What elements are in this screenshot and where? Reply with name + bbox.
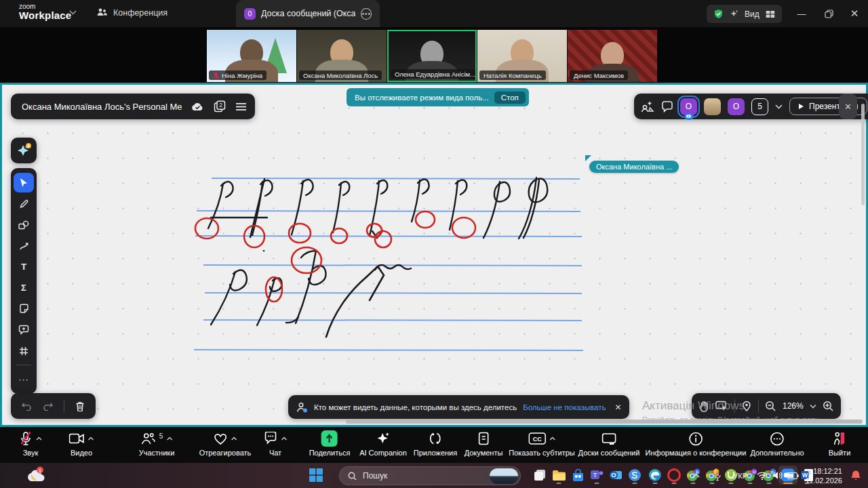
- tab-whiteboard[interactable]: 0 Доска сообщений (Оксана Мик •••: [236, 0, 380, 27]
- ai-assistant-button[interactable]: [11, 138, 37, 163]
- shapes-tool[interactable]: [14, 215, 34, 235]
- captions-chevron-icon[interactable]: [549, 436, 555, 441]
- avatar-participant[interactable]: О: [728, 98, 745, 115]
- close-whiteboard-button[interactable]: ✕: [839, 94, 857, 119]
- zoom-level[interactable]: 126%: [783, 401, 804, 411]
- weather-widget[interactable]: 1: [20, 466, 50, 485]
- whiteboard-title: Оксана Миколаївна Лось's Personal Meet..…: [22, 102, 182, 112]
- outlook-icon[interactable]: O: [606, 466, 625, 485]
- brand-workplace: Workplace: [19, 9, 71, 21]
- control-react[interactable]: Отреагировать: [199, 430, 252, 457]
- zoom-in-icon[interactable]: [823, 401, 834, 412]
- edge-icon[interactable]: [646, 466, 665, 485]
- task-view-button[interactable]: [530, 466, 549, 485]
- people-icon: [96, 7, 108, 18]
- following-eye-badge: [684, 113, 693, 120]
- window-restore-button[interactable]: [815, 0, 842, 27]
- board-chat-icon[interactable]: [661, 101, 673, 113]
- volume-icon[interactable]: [772, 463, 783, 488]
- start-button[interactable]: [307, 466, 326, 485]
- tray-chevron-icon[interactable]: [692, 463, 700, 488]
- horizontal-scrollbar[interactable]: [346, 420, 863, 424]
- participant-video[interactable]: Наталія Компанець: [477, 30, 567, 82]
- participants-chevron-icon[interactable]: [166, 436, 172, 441]
- participant-video[interactable]: Ніна Жмуріна: [207, 30, 296, 82]
- whiteboard-canvas[interactable]: [2, 85, 866, 425]
- connector-tool[interactable]: [14, 236, 34, 256]
- workspace-chevron-icon[interactable]: [69, 9, 77, 15]
- formula-tool[interactable]: Σ: [14, 278, 34, 298]
- invite-collaborators-icon[interactable]: [641, 100, 654, 113]
- tab-more-icon[interactable]: •••: [361, 8, 372, 20]
- stop-tracking-button[interactable]: Стоп: [494, 92, 526, 104]
- notification-bell-icon[interactable]: [850, 463, 861, 488]
- wifi-icon[interactable]: [757, 463, 768, 488]
- notice-close-icon[interactable]: ✕: [614, 403, 621, 412]
- control-captions[interactable]: CC Показать субтитры: [509, 430, 575, 457]
- skype-icon[interactable]: [625, 466, 644, 485]
- zoom-out-icon[interactable]: [765, 401, 776, 412]
- control-documents[interactable]: Документы: [465, 430, 503, 457]
- control-more[interactable]: Дополнительно: [750, 430, 804, 457]
- control-leave[interactable]: Выйти: [829, 430, 851, 457]
- delete-button[interactable]: [70, 396, 90, 416]
- window-close-button[interactable]: ✕: [841, 0, 868, 27]
- participant-video-active-speaker[interactable]: Олена Едуардівна Анісім...: [387, 30, 477, 82]
- presence-chevron-icon[interactable]: [775, 104, 783, 109]
- menu-hamburger-icon[interactable]: [235, 102, 247, 111]
- pen-tool[interactable]: [14, 194, 34, 214]
- redo-button[interactable]: [38, 396, 58, 416]
- control-ai-companion[interactable]: AI Companion: [359, 430, 407, 457]
- pages-icon[interactable]: 2: [214, 100, 226, 113]
- control-participants[interactable]: 5 Участники: [139, 430, 175, 457]
- window-minimize-button[interactable]: —: [788, 0, 815, 27]
- teams-icon[interactable]: T: [587, 466, 606, 485]
- control-apps[interactable]: Приложения: [414, 430, 457, 457]
- control-chat[interactable]: Чат: [264, 430, 288, 457]
- file-explorer-icon[interactable]: [549, 466, 568, 485]
- dont-show-again-link[interactable]: Больше не показывать: [523, 403, 606, 411]
- sticky-note-tool[interactable]: [14, 299, 34, 319]
- participant-name-label: Ніна Жмуріна: [209, 70, 267, 80]
- video-chevron-icon[interactable]: [88, 436, 94, 441]
- chat-chevron-icon[interactable]: [281, 436, 288, 441]
- react-chevron-icon[interactable]: [231, 436, 237, 441]
- control-whiteboards[interactable]: Доски сообщений: [578, 430, 640, 457]
- zoom-chevron-icon[interactable]: [810, 404, 816, 409]
- avatar-self[interactable]: О: [680, 98, 697, 115]
- taskbar-clock[interactable]: 18:12:21 11.02.2026: [806, 467, 842, 486]
- control-share[interactable]: Поделиться: [309, 430, 351, 457]
- control-meeting-info[interactable]: Информация о конференции: [646, 430, 747, 457]
- leave-meeting-icon: [832, 432, 847, 446]
- collaborator-name-tag: Оксана Миколаївна ...: [589, 161, 679, 173]
- whiteboard-toolbar: T Σ ···: [11, 168, 37, 394]
- ai-sparkle-icon: [730, 9, 738, 18]
- cloud-sync-icon[interactable]: [191, 102, 204, 111]
- avatar-photo[interactable]: [704, 98, 721, 115]
- tab-meeting[interactable]: Конференция: [96, 7, 167, 18]
- control-video[interactable]: Видео: [69, 430, 94, 457]
- battery-icon[interactable]: [787, 463, 799, 488]
- tray-mic-icon[interactable]: [713, 463, 722, 488]
- undo-button[interactable]: [16, 396, 37, 416]
- participant-video[interactable]: Оксана Миколаївна Лось: [297, 30, 387, 82]
- svg-text:CC: CC: [533, 436, 542, 443]
- play-icon: [798, 103, 804, 110]
- vertical-scrollbar[interactable]: [861, 104, 865, 205]
- handwritten-letters: [208, 178, 547, 337]
- opera-icon[interactable]: [665, 466, 684, 485]
- control-audio[interactable]: Звук: [19, 430, 42, 457]
- text-tool[interactable]: T: [14, 257, 34, 277]
- select-tool[interactable]: [14, 173, 34, 192]
- comment-tool[interactable]: [14, 320, 34, 340]
- clock-time: 18:12:21: [806, 467, 842, 476]
- microsoft-store-icon[interactable]: [568, 466, 587, 485]
- avatar-overflow-count[interactable]: 5: [751, 98, 768, 115]
- view-menu[interactable]: Вид: [707, 5, 782, 23]
- audio-chevron-icon[interactable]: [36, 436, 42, 441]
- frame-tool[interactable]: [14, 341, 34, 361]
- participant-video[interactable]: Денис Максимов: [568, 30, 657, 82]
- taskbar-search[interactable]: Пошук: [339, 466, 521, 485]
- more-tools[interactable]: ···: [14, 369, 34, 389]
- language-indicator[interactable]: УКР: [733, 463, 747, 488]
